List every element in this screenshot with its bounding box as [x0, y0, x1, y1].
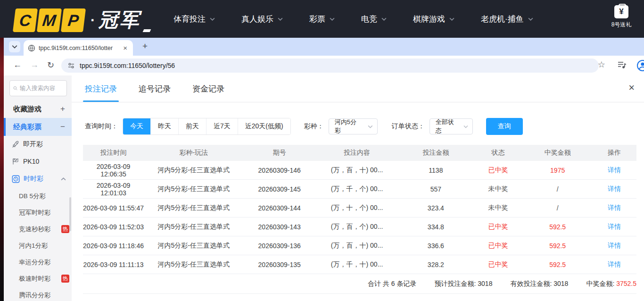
table-header-row: 投注时间 彩种-玩法 期号 投注内容 投注金额 状态 中奖金额 操作 — [83, 145, 636, 161]
search-icon — [13, 85, 17, 92]
time-filter-label: 查询时间： — [85, 122, 118, 131]
records-panel: 投注记录 追号记录 资金记录 × 查询时间： 今天 昨天 前天 近7天 近20天… — [72, 75, 644, 301]
forward-icon[interactable]: → — [30, 60, 39, 70]
col-action: 操作 — [592, 149, 636, 157]
page-background-strip — [0, 38, 4, 301]
table-row: 2026-03-09 11:18:46 河内5分彩-任三直选单式 2026030… — [83, 236, 636, 255]
chevron-down-icon — [463, 125, 468, 128]
chevron-down-icon — [381, 17, 387, 21]
details-link[interactable]: 详情 — [592, 204, 636, 212]
browser-tab-strip: tppc.9i159t.com:11650/lotter × + — [4, 38, 644, 56]
sidebar-group-favorites[interactable]: 收藏游戏 + — [4, 100, 72, 118]
logo-letter-m: M — [37, 8, 62, 32]
sidebar-item-ssc[interactable]: 时时彩 — [4, 170, 72, 188]
browser-tab-title: tppc.9i159t.com:11650/lotter — [39, 45, 118, 51]
order-status-select[interactable]: 全部状态 — [429, 118, 473, 134]
sidebar-subitem-speed-ssc[interactable]: 极速时时彩 热 — [4, 270, 72, 287]
col-game-play: 彩种-玩法 — [144, 149, 243, 157]
summary-win: 中奖金额: 3752.5 — [586, 280, 636, 288]
summary-valid: 有效投注金额: 3018 — [510, 280, 568, 288]
browser-toolbar: ← → ↻ tppc.9i159t.com:11650/lottery/56 ☆ — [4, 56, 644, 75]
col-bet-time: 投注时间 — [83, 149, 144, 157]
bet-records-table: 投注时间 彩种-玩法 期号 投注内容 投注金额 状态 中奖金额 操作 2026-… — [83, 145, 636, 294]
time-option-day-before[interactable]: 前天 — [178, 118, 206, 134]
time-option-20days[interactable]: 近20天(低频) — [238, 118, 290, 134]
sidebar-subitem-lucky-ffc[interactable]: 幸运分分彩 — [4, 254, 72, 270]
sidebar-item-pk10[interactable]: PK10 — [4, 153, 72, 170]
sidebar-item-instant-lottery[interactable]: 即开彩 — [4, 136, 72, 153]
reload-icon[interactable]: ↻ — [47, 60, 54, 70]
tab-bet-records[interactable]: 投注记录 — [85, 75, 117, 102]
site-logo: C M P · 冠军 — [14, 7, 150, 33]
status-badge: 已中奖 — [473, 242, 523, 250]
col-bet-amount: 投注金额 — [398, 149, 473, 157]
sidebar-search-box[interactable] — [9, 80, 67, 96]
new-tab-button[interactable]: + — [140, 40, 150, 52]
table-row: 2026-03-09 11:11:13 河内5分彩-任三直选单式 2026030… — [83, 255, 636, 274]
site-top-bar: C M P · 冠军 体育投注 真人娱乐 彩票 电竞 棋牌游戏 老虎机·捕鱼 — [0, 0, 644, 38]
records-tabs: 投注记录 追号记录 资金记录 × — [72, 75, 644, 102]
status-badge: 未中奖 — [473, 204, 523, 212]
tab-close-icon[interactable]: × — [122, 44, 129, 52]
search-input[interactable] — [20, 85, 63, 92]
table-row: 2026-03-09 12:01:03 河内5分彩-任三直选单式 2026030… — [83, 180, 636, 199]
table-row: 2026-03-09 12:06:35 河内5分彩-任三直选单式 2026030… — [83, 161, 636, 180]
sidebar-subitem-tencent-ffc[interactable]: 腾讯分分彩 — [4, 287, 72, 301]
details-link[interactable]: 详情 — [592, 185, 636, 193]
chevron-down-icon — [210, 17, 215, 21]
table-row: 2026-03-09 11:55:47 河内5分彩-任三直选单式 2026030… — [83, 199, 636, 217]
address-bar[interactable]: tppc.9i159t.com:11650/lottery/56 — [61, 59, 599, 73]
plus-icon[interactable]: + — [60, 104, 65, 114]
browser-tab[interactable]: tppc.9i159t.com:11650/lotter × — [24, 40, 133, 56]
nav-item-live-casino[interactable]: 真人娱乐 — [241, 14, 283, 25]
sidebar-scrollbar[interactable] — [69, 197, 71, 231]
nav-item-lottery[interactable]: 彩票 — [309, 14, 335, 25]
logo-letter-p: P — [61, 8, 86, 32]
clock-icon — [12, 175, 20, 183]
sidebar-subitem-champion-ssc[interactable]: 冠军时时彩 — [4, 204, 72, 221]
time-option-yesterday[interactable]: 昨天 — [150, 118, 178, 134]
sidebar-subitem-db5[interactable]: DB 5分彩 — [4, 188, 72, 204]
profile-avatar-icon[interactable] — [636, 59, 644, 72]
logo-letter-c: C — [13, 8, 38, 32]
tab-fund-records[interactable]: 资金记录 — [192, 75, 224, 102]
nav-item-board-games[interactable]: 棋牌游戏 — [413, 14, 454, 25]
hot-badge: 热 — [61, 275, 69, 283]
details-link[interactable]: 详情 — [592, 223, 636, 231]
tab-chase-records[interactable]: 追号记录 — [139, 75, 171, 102]
site-settings-icon[interactable] — [67, 62, 75, 69]
chevron-up-icon — [61, 177, 66, 181]
sidebar-group-classic-lottery[interactable]: 经典彩票 − — [4, 118, 72, 136]
bookmark-star-icon[interactable]: ☆ — [598, 59, 605, 70]
sidebar-subitem-hanoi-1min[interactable]: 河内1分彩 — [4, 237, 72, 254]
nav-item-sports[interactable]: 体育投注 — [173, 14, 215, 25]
panel-close-icon[interactable]: × — [628, 83, 635, 93]
tab-search-menu-button[interactable] — [9, 41, 20, 52]
hot-badge: 热 — [61, 225, 69, 233]
details-link[interactable]: 详情 — [592, 260, 636, 269]
details-link[interactable]: 详情 — [592, 242, 636, 250]
media-playlist-icon[interactable] — [617, 59, 627, 70]
status-badge: 未中奖 — [473, 185, 523, 193]
col-bet-content: 投注内容 — [315, 149, 398, 157]
col-status: 状态 — [473, 149, 523, 157]
logo-dot: · — [91, 12, 95, 28]
gift-promo-button[interactable]: ¥ 8号送礼 — [606, 5, 636, 29]
time-range-segmented-control: 今天 昨天 前天 近7天 近20天(低频) — [123, 118, 291, 135]
query-button[interactable]: 查询 — [486, 118, 523, 135]
minus-icon[interactable]: − — [60, 122, 65, 132]
time-option-7days[interactable]: 近7天 — [206, 118, 238, 134]
nav-item-slots-fishing[interactable]: 老虎机·捕鱼 — [481, 14, 533, 25]
chevron-down-icon — [278, 17, 283, 21]
back-icon[interactable]: ← — [13, 60, 22, 70]
col-win-amount: 中奖金额 — [523, 149, 592, 157]
chevron-down-icon — [12, 45, 17, 49]
chevron-down-icon — [528, 17, 533, 21]
details-link[interactable]: 详情 — [592, 166, 636, 175]
summary-expected: 预计投注金额: 3018 — [435, 280, 493, 288]
nav-item-esports[interactable]: 电竞 — [361, 14, 387, 25]
chevron-down-icon — [449, 17, 454, 21]
lottery-select[interactable]: 河内5分彩 — [329, 118, 378, 134]
sidebar-subitem-speed-miaomiao[interactable]: 竞速秒秒彩 热 — [4, 221, 72, 237]
time-option-today[interactable]: 今天 — [123, 118, 150, 134]
